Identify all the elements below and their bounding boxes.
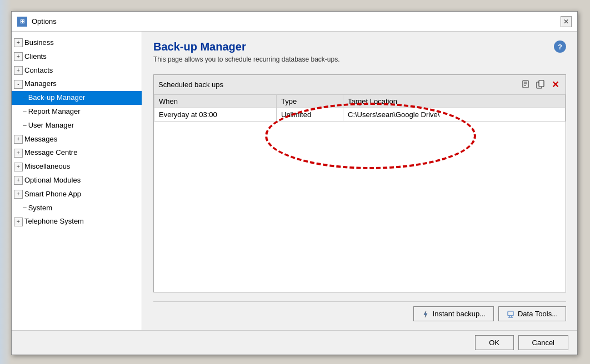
svg-rect-7 bbox=[508, 311, 513, 316]
content-header: Back-up Manager ? bbox=[153, 41, 566, 53]
new-backup-button[interactable] bbox=[520, 78, 532, 90]
scheduled-label: Scheduled back ups bbox=[158, 80, 520, 89]
sidebar-label-clients: Clients bbox=[24, 51, 47, 63]
sidebar-item-message-centre[interactable]: + Message Centre bbox=[12, 146, 142, 160]
dash-user: – bbox=[23, 120, 27, 131]
cell-target: C:\Users\sean\Google Drive\ bbox=[343, 108, 566, 122]
sidebar-tree: + Business + Clients + Contacts - Manage… bbox=[12, 32, 142, 330]
sidebar-item-report-manager[interactable]: – Report Manager bbox=[12, 105, 142, 119]
scheduled-header: Scheduled back ups ✕ bbox=[154, 75, 566, 94]
col-type: Type bbox=[277, 95, 343, 108]
bottom-action-buttons: Instant backup... Data Tools... bbox=[153, 301, 566, 321]
sidebar-label-backup-manager: Back-up Manager bbox=[28, 92, 86, 104]
expander-message-centre[interactable]: + bbox=[14, 149, 23, 158]
ok-button[interactable]: OK bbox=[475, 335, 514, 350]
dash-system: – bbox=[23, 203, 27, 213]
options-dialog: ⊞ Options ✕ + Business + Clients + Conta… bbox=[11, 11, 578, 355]
sidebar-label-contacts: Contacts bbox=[24, 65, 53, 77]
backup-table: When Type Target Location Everyday at 03… bbox=[154, 94, 566, 122]
scheduled-section: Scheduled back ups ✕ bbox=[153, 74, 566, 292]
close-button[interactable]: ✕ bbox=[561, 16, 572, 27]
sidebar-item-messages[interactable]: + Messages bbox=[12, 133, 142, 146]
instant-backup-button[interactable]: Instant backup... bbox=[413, 306, 494, 321]
dialog-title: Options bbox=[32, 17, 561, 26]
sidebar-label-report-manager: Report Manager bbox=[28, 106, 81, 118]
sidebar-label-optional-modules: Optional Modules bbox=[24, 175, 81, 186]
sidebar-item-clients[interactable]: + Clients bbox=[12, 50, 142, 64]
expander-smart-phone-app[interactable]: + bbox=[14, 190, 23, 199]
content-panel: Back-up Manager ? This page allows you t… bbox=[142, 32, 577, 330]
instant-backup-label: Instant backup... bbox=[433, 310, 486, 318]
lightning-icon bbox=[422, 310, 429, 318]
titlebar: ⊞ Options ✕ bbox=[12, 12, 577, 32]
dash-report: – bbox=[23, 107, 27, 117]
sidebar-label-message-centre: Message Centre bbox=[24, 147, 77, 159]
sidebar-item-contacts[interactable]: + Contacts bbox=[12, 64, 142, 78]
page-title: Back-up Manager bbox=[153, 41, 554, 53]
sidebar-label-user-manager: User Manager bbox=[28, 120, 74, 132]
sidebar-item-telephone-system[interactable]: + Telephone System bbox=[12, 215, 142, 229]
sidebar-label-business: Business bbox=[24, 37, 54, 49]
sidebar-label-system: System bbox=[28, 203, 52, 214]
cell-when: Everyday at 03:00 bbox=[154, 108, 277, 122]
sidebar-label-miscellaneous: Miscellaneous bbox=[24, 161, 70, 173]
delete-backup-button[interactable]: ✕ bbox=[549, 78, 561, 90]
dialog-icon: ⊞ bbox=[17, 17, 27, 27]
col-target: Target Location bbox=[343, 95, 566, 108]
sidebar-label-managers: Managers bbox=[24, 78, 57, 90]
ok-cancel-row: OK Cancel bbox=[12, 330, 577, 355]
toolbar-icons: ✕ bbox=[520, 78, 561, 90]
expander-telephone-system[interactable]: + bbox=[14, 218, 23, 226]
page-subtitle: This page allows you to schedule recurri… bbox=[153, 55, 566, 63]
expander-managers[interactable]: - bbox=[14, 80, 23, 89]
table-row[interactable]: Everyday at 03:00 Unlimited C:\Users\sea… bbox=[154, 108, 566, 122]
data-tools-button[interactable]: Data Tools... bbox=[498, 306, 566, 321]
cell-type: Unlimited bbox=[277, 108, 343, 122]
sidebar-label-messages: Messages bbox=[24, 134, 57, 145]
dash-backup: – bbox=[23, 93, 27, 103]
sidebar-item-miscellaneous[interactable]: + Miscellaneous bbox=[12, 160, 142, 174]
table-header-row: When Type Target Location bbox=[154, 95, 566, 108]
help-button[interactable]: ? bbox=[554, 41, 566, 53]
sidebar-item-backup-manager[interactable]: – Back-up Manager bbox=[12, 91, 142, 105]
expander-contacts[interactable]: + bbox=[14, 66, 23, 75]
sidebar-item-system[interactable]: – System bbox=[12, 201, 142, 215]
sidebar-label-smart-phone-app: Smart Phone App bbox=[24, 189, 81, 200]
sidebar-label-telephone-system: Telephone System bbox=[24, 216, 84, 228]
left-edge-partial bbox=[0, 0, 11, 364]
data-tools-label: Data Tools... bbox=[518, 310, 558, 318]
expander-business[interactable]: + bbox=[14, 38, 23, 47]
sidebar-item-smart-phone-app[interactable]: + Smart Phone App bbox=[12, 188, 142, 201]
dialog-body: + Business + Clients + Contacts - Manage… bbox=[12, 32, 577, 330]
copy-backup-button[interactable] bbox=[534, 78, 547, 90]
svg-rect-5 bbox=[539, 80, 544, 87]
sidebar-item-optional-modules[interactable]: + Optional Modules bbox=[12, 174, 142, 188]
sidebar-item-user-manager[interactable]: – User Manager bbox=[12, 119, 142, 133]
col-when: When bbox=[154, 95, 277, 108]
sidebar-item-managers[interactable]: - Managers bbox=[12, 77, 142, 91]
expander-messages[interactable]: + bbox=[14, 135, 23, 144]
cancel-button[interactable]: Cancel bbox=[518, 335, 568, 350]
expander-miscellaneous[interactable]: + bbox=[14, 163, 23, 171]
tools-icon bbox=[507, 310, 514, 318]
sidebar-item-business[interactable]: + Business bbox=[12, 36, 142, 50]
expander-clients[interactable]: + bbox=[14, 52, 23, 61]
svg-marker-6 bbox=[424, 311, 427, 317]
expander-optional-modules[interactable]: + bbox=[14, 176, 23, 185]
